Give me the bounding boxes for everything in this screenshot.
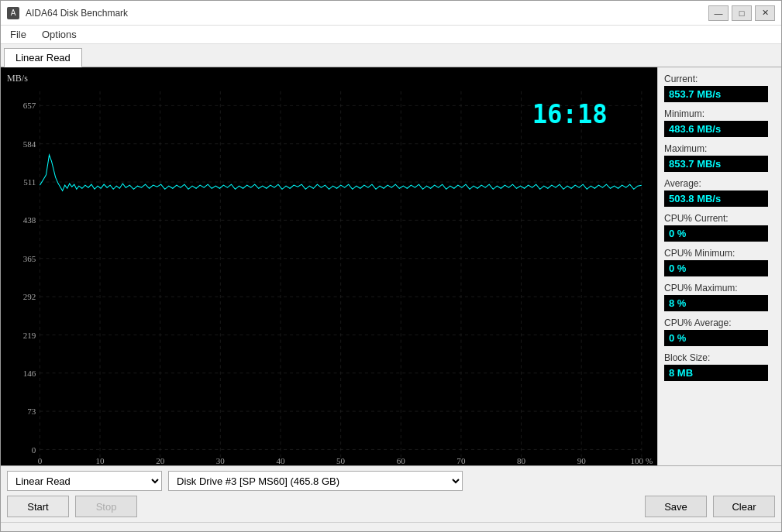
stat-minimum: Minimum: 483.6 MB/s bbox=[664, 108, 775, 137]
content-area: MB/s bbox=[1, 67, 781, 465]
app-icon: A bbox=[7, 7, 19, 19]
bottom-bar: Linear Read Random Read Linear Write Ran… bbox=[1, 465, 781, 522]
block-size-value: 8 MB bbox=[664, 365, 768, 381]
menu-bar: File Options bbox=[1, 26, 781, 44]
svg-text:584: 584 bbox=[23, 139, 36, 149]
title-bar: A AIDA64 Disk Benchmark — □ ✕ bbox=[1, 1, 781, 26]
cpu-average-value: 0 % bbox=[664, 330, 768, 346]
tabs-bar: Linear Read bbox=[1, 44, 781, 67]
chart-svg: MB/s bbox=[1, 67, 657, 465]
maximum-value: 853.7 MB/s bbox=[664, 156, 768, 172]
current-label: Current: bbox=[664, 74, 775, 84]
restore-button[interactable]: □ bbox=[732, 5, 752, 21]
close-button[interactable]: ✕ bbox=[755, 5, 775, 21]
cpu-minimum-value: 0 % bbox=[664, 260, 768, 276]
svg-text:438: 438 bbox=[23, 215, 36, 225]
bottom-row2: Start Stop Save Clear bbox=[7, 496, 775, 517]
svg-text:511: 511 bbox=[23, 177, 36, 187]
stat-maximum: Maximum: 853.7 MB/s bbox=[664, 143, 775, 172]
current-value: 853.7 MB/s bbox=[664, 86, 768, 102]
save-button[interactable]: Save bbox=[645, 496, 707, 517]
svg-text:70: 70 bbox=[456, 456, 465, 465]
window-title: AIDA64 Disk Benchmark bbox=[26, 8, 128, 19]
cpu-minimum-label: CPU% Minimum: bbox=[664, 248, 775, 259]
stat-cpu-average: CPU% Average: 0 % bbox=[664, 317, 775, 346]
stat-cpu-current: CPU% Current: 0 % bbox=[664, 213, 775, 242]
tab-linear-read[interactable]: Linear Read bbox=[4, 48, 82, 67]
maximum-label: Maximum: bbox=[664, 143, 775, 154]
svg-text:0: 0 bbox=[38, 456, 43, 465]
stat-block-size: Block Size: 8 MB bbox=[664, 352, 775, 381]
svg-text:10: 10 bbox=[96, 456, 105, 465]
average-value: 503.8 MB/s bbox=[664, 190, 768, 207]
svg-text:30: 30 bbox=[216, 456, 225, 465]
cpu-average-label: CPU% Average: bbox=[664, 317, 775, 328]
svg-text:90: 90 bbox=[577, 456, 586, 465]
menu-file[interactable]: File bbox=[4, 27, 33, 42]
stat-cpu-maximum: CPU% Maximum: 8 % bbox=[664, 283, 775, 311]
cpu-maximum-value: 8 % bbox=[664, 295, 768, 311]
cpu-current-value: 0 % bbox=[664, 225, 768, 242]
svg-text:20: 20 bbox=[156, 456, 164, 465]
cpu-current-label: CPU% Current: bbox=[664, 213, 775, 224]
svg-text:73: 73 bbox=[27, 407, 36, 416]
minimum-value: 483.6 MB/s bbox=[664, 121, 768, 137]
main-window: A AIDA64 Disk Benchmark — □ ✕ File Optio… bbox=[0, 0, 782, 532]
svg-text:365: 365 bbox=[23, 254, 36, 263]
svg-text:100 %: 100 % bbox=[631, 456, 653, 465]
svg-text:60: 60 bbox=[397, 456, 405, 465]
cpu-maximum-label: CPU% Maximum: bbox=[664, 283, 775, 293]
minimum-label: Minimum: bbox=[664, 108, 775, 119]
svg-text:40: 40 bbox=[276, 456, 284, 465]
stop-button[interactable]: Stop bbox=[75, 496, 137, 517]
svg-text:MB/s: MB/s bbox=[7, 73, 28, 84]
svg-text:80: 80 bbox=[517, 456, 525, 465]
block-size-label: Block Size: bbox=[664, 352, 775, 363]
svg-text:16:18: 16:18 bbox=[532, 100, 608, 129]
minimize-button[interactable]: — bbox=[708, 5, 729, 21]
svg-text:219: 219 bbox=[23, 330, 36, 339]
svg-text:146: 146 bbox=[23, 369, 36, 378]
bottom-row1: Linear Read Random Read Linear Write Ran… bbox=[7, 471, 775, 491]
window-controls: — □ ✕ bbox=[708, 5, 775, 21]
clear-button[interactable]: Clear bbox=[713, 496, 775, 517]
title-bar-left: A AIDA64 Disk Benchmark bbox=[7, 7, 128, 19]
svg-text:0: 0 bbox=[32, 444, 36, 454]
stat-current: Current: 853.7 MB/s bbox=[664, 74, 775, 102]
test-type-select[interactable]: Linear Read Random Read Linear Write Ran… bbox=[7, 471, 162, 491]
menu-options[interactable]: Options bbox=[36, 27, 83, 42]
scrollbar-area bbox=[1, 522, 781, 531]
stat-average: Average: 503.8 MB/s bbox=[664, 178, 775, 207]
svg-text:657: 657 bbox=[23, 101, 36, 110]
start-button[interactable]: Start bbox=[7, 496, 69, 517]
svg-text:292: 292 bbox=[23, 292, 36, 301]
chart-area: MB/s bbox=[1, 67, 657, 465]
svg-text:50: 50 bbox=[336, 456, 345, 465]
average-label: Average: bbox=[664, 178, 775, 189]
stat-cpu-minimum: CPU% Minimum: 0 % bbox=[664, 248, 775, 276]
disk-select[interactable]: Disk Drive #3 [SP MS60] (465.8 GB) bbox=[168, 471, 463, 491]
right-panel: Current: 853.7 MB/s Minimum: 483.6 MB/s … bbox=[657, 67, 781, 465]
